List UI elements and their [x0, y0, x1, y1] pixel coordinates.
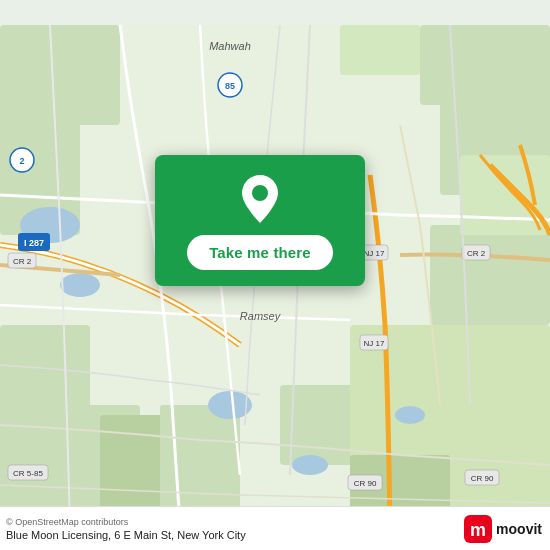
- svg-point-18: [292, 455, 328, 475]
- moovit-wordmark: moovit: [496, 521, 542, 537]
- svg-rect-3: [420, 25, 550, 105]
- svg-rect-5: [340, 25, 420, 75]
- svg-text:m: m: [470, 520, 486, 540]
- svg-point-19: [395, 406, 425, 424]
- moovit-logo-icon: m: [464, 515, 492, 543]
- svg-text:Ramsey: Ramsey: [240, 310, 282, 322]
- svg-point-42: [252, 185, 268, 201]
- svg-text:Mahwah: Mahwah: [209, 40, 251, 52]
- svg-text:CR 90: CR 90: [471, 474, 494, 483]
- svg-rect-6: [0, 325, 90, 415]
- map-container: I 287 CR 2 CR 2 NJ 17 NJ 17 85 2 CR 5-85…: [0, 0, 550, 550]
- attribution: © OpenStreetMap contributors Blue Moon L…: [6, 517, 246, 541]
- take-me-there-button[interactable]: Take me there: [187, 235, 333, 270]
- svg-text:NJ 17: NJ 17: [364, 339, 385, 348]
- svg-text:CR 90: CR 90: [354, 479, 377, 488]
- svg-point-16: [60, 273, 100, 297]
- bottom-bar: © OpenStreetMap contributors Blue Moon L…: [0, 506, 550, 550]
- svg-text:I 287: I 287: [24, 238, 44, 248]
- address-text: Blue Moon Licensing, 6 E Main St, New Yo…: [6, 529, 246, 541]
- svg-text:CR 2: CR 2: [467, 249, 486, 258]
- svg-rect-11: [430, 225, 550, 325]
- svg-text:NJ 17: NJ 17: [364, 249, 385, 258]
- osm-attribution: © OpenStreetMap contributors: [6, 517, 246, 527]
- moovit-logo: m moovit: [464, 515, 542, 543]
- action-card: Take me there: [155, 155, 365, 286]
- svg-rect-1: [0, 25, 120, 125]
- svg-text:CR 5-85: CR 5-85: [13, 469, 43, 478]
- svg-text:2: 2: [19, 156, 24, 166]
- svg-text:CR 2: CR 2: [13, 257, 32, 266]
- svg-text:85: 85: [225, 81, 235, 91]
- location-pin-icon: [238, 173, 282, 225]
